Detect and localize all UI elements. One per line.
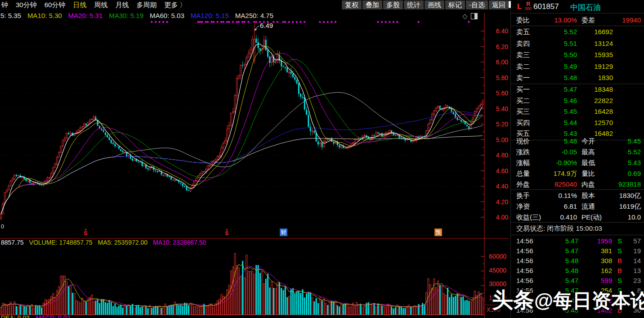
toolbar-button[interactable]: 多股: [383, 0, 403, 9]
panel-divider: [511, 235, 644, 235]
toolbar-button[interactable]: 画线: [425, 0, 444, 9]
toolbar-button[interactable]: 叠加: [362, 0, 382, 9]
bid-volume: 22822: [511, 97, 613, 104]
ma-value: MA10: 5.30: [27, 12, 62, 19]
stock-name[interactable]: 中国石油: [570, 2, 601, 13]
detail-value: 923818: [511, 180, 641, 188]
detail-value: 0.69: [511, 170, 641, 177]
ma-value: MA30: 5.19: [109, 12, 143, 19]
macd-pane-header-clipped: DEA: 0.03MACD: 0.02: [1, 314, 70, 318]
toolbar-button[interactable]: 复权: [342, 0, 362, 9]
stock-trading-app: 钟30分钟60分钟日线周线月线多周期更多 〉 复权叠加多股统计画线标记-自选返回…: [0, 0, 644, 318]
detail-value: 5.52: [511, 148, 641, 156]
quote-panel: L R 300 601857 中国石油 委比13.00%委差19940卖五5.5…: [510, 0, 644, 318]
candlestick-volume-chart[interactable]: [0, 0, 509, 318]
flag-r300: R 300: [525, 1, 532, 11]
timeframe-tabs: 钟30分钟60分钟日线周线月线多周期更多 〉: [0, 1, 187, 9]
detail-value: 5.43: [511, 159, 641, 166]
split-window-icon[interactable]: [471, 13, 478, 19]
price-axis-label: 5.80: [487, 74, 508, 81]
volume-header-token: 8857.75: [1, 239, 24, 246]
volume-axis-label: 45000: [486, 267, 506, 274]
peak-price-label: 6.49: [260, 22, 273, 29]
bid-volume: 18348: [511, 85, 613, 93]
chart-corner-icons: ◇: [462, 13, 478, 19]
ma-value: MA60: 5.03: [150, 12, 184, 19]
trade-count: 57: [511, 237, 641, 245]
volume-header-token: MA10: 2328867.50: [153, 239, 206, 246]
detail-value: 1619亿: [511, 202, 641, 211]
ma-value: MA250: 4.75: [235, 12, 273, 19]
watermark: 头条@每日资本论: [492, 286, 644, 314]
panel-divider: [511, 189, 644, 190]
signal-letter: S: [225, 231, 228, 236]
price-axis-label: 6.00: [487, 58, 508, 66]
ask-volume: 15935: [511, 51, 613, 58]
price-axis-label: 6.20: [487, 43, 508, 50]
toolbar-button[interactable]: 返回: [489, 0, 509, 9]
tab-daily[interactable]: 日线: [73, 1, 86, 9]
ma-value: 5: 5.35: [0, 12, 21, 19]
ask-volume: 1830: [511, 74, 613, 81]
event-badge[interactable]: 预: [434, 228, 442, 236]
macd-header-token: MACD: 0.02: [36, 314, 70, 318]
weicha-value: 19940: [511, 16, 641, 24]
ask-volume: 19129: [511, 63, 613, 70]
price-axis-label: 6.40: [487, 27, 508, 35]
sell-signal-marker: ▲S: [84, 228, 87, 236]
trade-count: 14: [511, 257, 641, 264]
macd-header-token: DEA: 0.03: [1, 314, 30, 318]
axis-zero-label: 0: [1, 223, 4, 230]
price-axis-label: 5.40: [487, 105, 508, 112]
price-axis-label: 4.80: [487, 152, 508, 159]
price-axis-label: 4.40: [487, 183, 508, 190]
toolbar-buttons: 复权叠加多股统计画线标记-自选返回: [342, 0, 509, 9]
tab-item[interactable]: 更多 〉: [164, 1, 186, 9]
detail-value: 5.45: [511, 137, 641, 145]
bid-volume: 16428: [511, 107, 613, 115]
price-axis-label: 5.60: [487, 90, 508, 97]
toolbar-button[interactable]: 标记: [445, 0, 465, 9]
panel-resize-handle[interactable]: [509, 1, 511, 8]
toolbar-button[interactable]: 统计: [404, 0, 424, 9]
top-toolbar: 钟30分钟60分钟日线周线月线多周期更多 〉 复权叠加多股统计画线标记-自选返回: [0, 0, 509, 10]
price-axis-label: 5.00: [487, 136, 508, 143]
volume-axis-label: 60000: [486, 253, 506, 260]
trade-count: 13: [511, 267, 641, 274]
tab-item[interactable]: 30分钟: [16, 1, 37, 9]
detail-value: 1830亿: [511, 192, 641, 200]
bid-volume: 16482: [511, 130, 613, 137]
sell-signal-marker: ▲S: [225, 228, 228, 236]
tab-item[interactable]: 钟: [1, 1, 8, 9]
panel-divider: [511, 13, 644, 13]
price-axis-label: 5.20: [487, 121, 508, 128]
ma-values-row: 5: 5.35MA10: 5.30MA20: 5.31MA30: 5.19MA6…: [0, 12, 273, 19]
price-axis-label: 4.60: [487, 167, 508, 175]
toolbar-button[interactable]: -自选: [466, 0, 488, 9]
signal-letter: S: [84, 231, 87, 236]
flag-l: L: [517, 3, 522, 11]
ma-value: MA20: 5.31: [68, 12, 103, 19]
tab-item[interactable]: 60分钟: [45, 1, 66, 9]
trade-count: 23: [511, 277, 641, 284]
detail-value: 10.0: [511, 213, 641, 221]
price-axis-label: 4.20: [487, 198, 508, 206]
ask-volume: 13124: [511, 40, 613, 47]
panel-divider: [511, 26, 644, 26]
volume-header-token: MA5: 2535972.00: [98, 239, 148, 246]
volume-pane-header: 8857.75VOLUME: 1748857.75MA5: 2535972.00…: [1, 239, 206, 246]
panel-divider: [511, 222, 644, 223]
trade-count: 19: [511, 247, 641, 255]
volume-header-token: VOLUME: 1748857.75: [29, 239, 93, 246]
tab-item[interactable]: 月线: [115, 1, 129, 9]
diamond-icon[interactable]: ◇: [462, 13, 468, 19]
event-badge[interactable]: 财: [280, 228, 287, 236]
tab-item[interactable]: 多周期: [136, 1, 157, 9]
stock-code[interactable]: 601857: [533, 2, 559, 11]
ma-value: MA120: 5.15: [191, 12, 229, 19]
tab-item[interactable]: 周线: [94, 1, 107, 9]
quote-header: L R 300 601857 中国石油: [511, 1, 644, 13]
bid-volume: 12570: [511, 119, 613, 126]
panel-divider: [511, 84, 644, 84]
ask-volume: 16692: [511, 28, 613, 36]
